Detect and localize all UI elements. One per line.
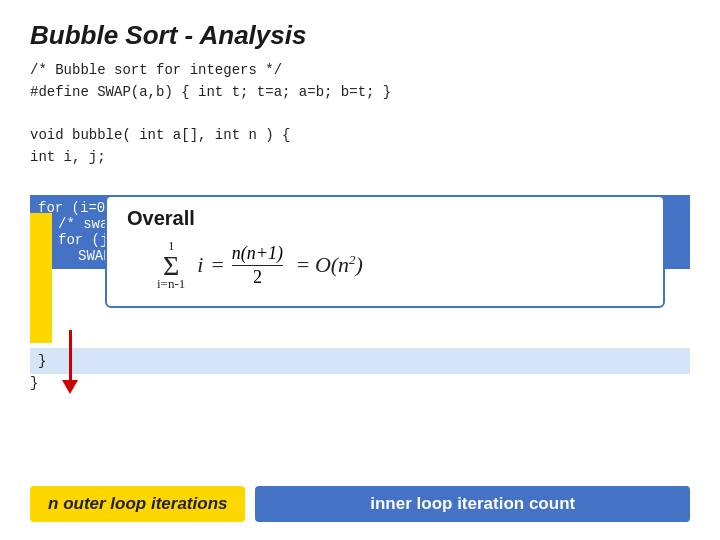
- fraction: n(n+1) 2: [232, 243, 283, 288]
- code-blank: [30, 103, 690, 125]
- red-arrow: [62, 330, 78, 394]
- bottom-annotations: n outer loop iterations inner loop itera…: [30, 486, 690, 522]
- code-close1: }: [38, 353, 682, 369]
- on-text: O(n2): [315, 252, 363, 277]
- formula-var-i: i: [197, 252, 203, 278]
- code-close2: }: [30, 375, 38, 391]
- formula-row: 1 Σ i=n-1 i = n(n+1) 2 = O(n2): [157, 238, 643, 292]
- overall-title: Overall: [127, 207, 643, 230]
- fraction-numerator: n(n+1): [232, 243, 283, 266]
- fraction-denominator: 2: [253, 266, 262, 288]
- light-blue-box: }: [30, 348, 690, 374]
- code-block-top: /* Bubble sort for integers */ #define S…: [30, 60, 690, 168]
- code-int-ij: int i, j;: [30, 147, 690, 169]
- page-title: Bubble Sort - Analysis: [30, 20, 690, 51]
- code-comment1: /* Bubble sort for integers */: [30, 60, 690, 82]
- sigma-notation: 1 Σ i=n-1: [157, 238, 185, 292]
- annotation-left: n outer loop iterations: [30, 486, 245, 522]
- formula-result: = O(n2): [297, 252, 363, 278]
- yellow-bar: [30, 213, 52, 343]
- formula-eq1: =: [211, 252, 223, 278]
- n-label: n: [48, 494, 63, 513]
- overall-popup: Overall 1 Σ i=n-1 i = n(n+1) 2 = O(n2): [105, 195, 665, 308]
- slide: Bubble Sort - Analysis /* Bubble sort fo…: [0, 0, 720, 540]
- code-define1: #define SWAP(a,b) { int t; t=a; a=b; b=t…: [30, 82, 690, 104]
- outer-loop-text: outer loop iterations: [63, 494, 227, 513]
- sigma-bottom: i=n-1: [157, 276, 185, 292]
- code-section: /* Bubble sort for integers */ #define S…: [30, 60, 690, 174]
- annotation-right: inner loop iteration count: [255, 486, 690, 522]
- code-void: void bubble( int a[], int n ) {: [30, 125, 690, 147]
- red-arrow-line: [69, 330, 72, 380]
- red-arrow-head: [62, 380, 78, 394]
